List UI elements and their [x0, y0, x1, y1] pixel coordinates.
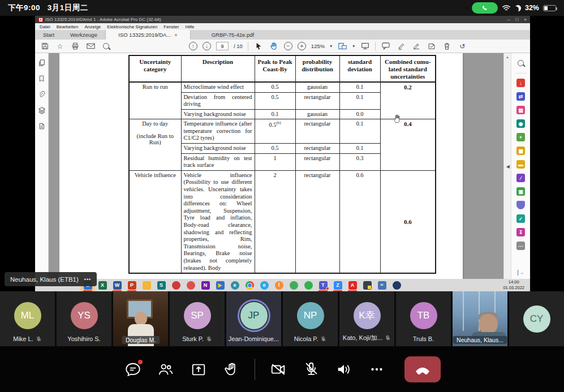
share-screen-button[interactable]: [189, 360, 208, 379]
taskbar-calculator-icon[interactable]: =: [374, 279, 389, 291]
tab-start[interactable]: Start: [35, 30, 62, 40]
compress-pdf-icon[interactable]: ↧: [516, 228, 525, 236]
menu-anzeige[interactable]: Anzeige: [84, 24, 101, 29]
maximize-button[interactable]: □: [515, 17, 518, 22]
hang-up-button[interactable]: [404, 356, 441, 382]
zoom-out-icon[interactable]: −: [284, 42, 292, 50]
document-icon[interactable]: [38, 122, 45, 130]
collapse-panel-icon[interactable]: |→: [517, 269, 524, 279]
taskbar-powerpoint-icon[interactable]: P: [124, 279, 139, 291]
comment-tool-icon[interactable]: ▬: [516, 160, 525, 169]
participant-tile-cy[interactable]: CY: [509, 291, 564, 346]
window-titlebar[interactable]: A ISO 13325:2019/DAmd 1 - Adobe Acrobat …: [35, 16, 530, 23]
create-pdf-icon[interactable]: +: [516, 133, 525, 141]
mic-muted-button[interactable]: [302, 360, 321, 379]
participant-tile-truls[interactable]: TB Truls B.: [396, 291, 451, 346]
taskbar-app-red-1-icon[interactable]: [169, 279, 183, 291]
zoom-in-icon[interactable]: +: [298, 42, 306, 50]
edit-pdf-icon[interactable]: ◉: [516, 119, 525, 128]
sign-pen-icon[interactable]: [411, 41, 421, 51]
menu-datei[interactable]: Datei: [40, 24, 50, 29]
print-icon[interactable]: [70, 41, 80, 51]
participant-tile-yoshihiro[interactable]: YS Yoshihiro S.: [57, 291, 111, 346]
protect-icon[interactable]: [516, 201, 525, 209]
previous-page-icon[interactable]: ↑: [189, 42, 197, 50]
scroll-up-icon[interactable]: ▲: [506, 55, 509, 59]
taskbar-chrome-icon[interactable]: [242, 279, 257, 291]
overlay-more-icon[interactable]: •••: [84, 277, 91, 282]
print-production-icon[interactable]: ▣: [516, 187, 525, 196]
participant-tile-mike[interactable]: ML Mike L.: [0, 291, 55, 346]
speaker-button[interactable]: [334, 360, 354, 379]
more-tools-icon[interactable]: ⋯: [516, 242, 525, 250]
taskbar-browser-globe-icon[interactable]: [286, 279, 301, 291]
search-icon[interactable]: [101, 41, 111, 51]
participant-tile-kato[interactable]: K幸 Kato, Koji/加...: [339, 291, 394, 346]
tab-document-2[interactable]: GRBP-75-42e.pdf: [190, 30, 275, 40]
fill-sign-icon[interactable]: ∕: [516, 174, 525, 182]
taskbar-acrobat-icon[interactable]: A: [345, 279, 360, 291]
page-thumbnails-icon[interactable]: [38, 59, 46, 67]
next-page-icon[interactable]: ↓: [203, 42, 211, 50]
attachments-icon[interactable]: [38, 91, 45, 98]
raise-hand-button[interactable]: [222, 360, 241, 379]
fit-dropdown-icon[interactable]: ▾: [352, 44, 355, 49]
menu-signaturen[interactable]: Elektronische Signaturen: [107, 24, 157, 29]
search-tool-icon[interactable]: [516, 58, 526, 68]
pdf-document-area[interactable]: Uncertainty category Description Peak to…: [49, 53, 503, 279]
taskbar-edge-icon[interactable]: e: [227, 279, 242, 291]
taskbar-sticky-notes-icon[interactable]: [360, 279, 374, 291]
star-icon[interactable]: ☆: [55, 41, 65, 51]
taskbar-sharepoint-icon[interactable]: S: [154, 279, 169, 291]
taskbar-teams-icon[interactable]: T: [316, 279, 330, 291]
export-pdf-icon[interactable]: ↓: [516, 79, 525, 87]
highlight-pencil-icon[interactable]: [396, 41, 406, 51]
bookmarks-icon[interactable]: [38, 75, 45, 83]
presenter-name-overlay[interactable]: Neuhaus, Klaus (ETB1) •••: [5, 272, 97, 286]
right-panel-collapse-icon[interactable]: ◀: [506, 164, 510, 169]
taskbar-webex-icon[interactable]: [301, 279, 316, 291]
participant-tile-neuhaus-video[interactable]: Neuhaus, Klaus...: [453, 291, 507, 346]
participant-tile-nicola[interactable]: NP Nicola P.: [283, 291, 338, 346]
taskbar-app-dark-icon[interactable]: [389, 279, 404, 291]
taskbar-onenote-icon[interactable]: N: [198, 279, 213, 291]
more-options-button[interactable]: [367, 360, 386, 379]
zoom-dropdown-icon[interactable]: ▾: [330, 44, 332, 49]
active-call-pill[interactable]: [472, 2, 498, 14]
comment-icon[interactable]: [381, 41, 391, 51]
taskbar-internet-explorer-icon[interactable]: e: [257, 279, 272, 291]
share-file-icon[interactable]: ⇄: [516, 92, 525, 101]
close-button[interactable]: ×: [524, 17, 527, 22]
layers-icon[interactable]: [38, 106, 46, 114]
stamp-icon[interactable]: [427, 41, 437, 51]
menu-hilfe[interactable]: Hilfe: [185, 24, 194, 29]
hand-tool-icon[interactable]: [269, 41, 279, 51]
organize-pages-icon[interactable]: ▤: [516, 106, 525, 114]
undo-icon[interactable]: ↺: [457, 41, 467, 51]
tab-document-active[interactable]: ISO 13325:2019/DA... ×: [105, 30, 190, 40]
taskbar-zoom-icon[interactable]: Z: [330, 279, 345, 291]
select-tool-icon[interactable]: [253, 41, 264, 51]
taskbar-app-blue-flag-icon[interactable]: ▶: [213, 279, 227, 291]
email-icon[interactable]: [85, 41, 96, 51]
taskbar-excel-icon[interactable]: X: [95, 279, 110, 291]
fit-page-icon[interactable]: [337, 41, 347, 51]
taskbar-firefox-icon[interactable]: f: [272, 279, 286, 291]
fit-width-icon[interactable]: [360, 41, 370, 51]
zoom-level[interactable]: 125%: [311, 43, 325, 49]
save-icon[interactable]: [40, 41, 50, 51]
camera-off-button[interactable]: [269, 360, 288, 379]
taskbar-app-red-2-icon[interactable]: [183, 279, 198, 291]
participants-button[interactable]: [156, 360, 175, 379]
participant-tile-jean-dominique-active[interactable]: JP Jean-Dominique...: [226, 291, 281, 346]
page-number-input[interactable]: 9: [216, 42, 229, 50]
menu-bearbeiten[interactable]: Bearbeiten: [57, 24, 79, 29]
taskbar-word-icon[interactable]: W: [110, 279, 124, 291]
delete-icon[interactable]: [442, 41, 452, 51]
participant-tile-sturk[interactable]: SP Sturk P.: [170, 291, 225, 346]
chat-button[interactable]: [123, 360, 143, 379]
taskbar-file-explorer-icon[interactable]: [139, 279, 154, 291]
tab-werkzeuge[interactable]: Werkzeuge: [62, 30, 105, 40]
certificates-icon[interactable]: ✓: [516, 214, 525, 223]
request-signatures-icon[interactable]: ▦: [516, 147, 525, 155]
